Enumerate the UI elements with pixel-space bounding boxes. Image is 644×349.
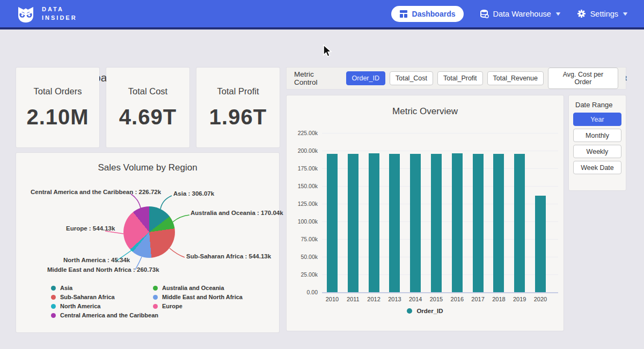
x-axis-tick: 2016 (447, 296, 467, 302)
bar-2011[interactable] (348, 154, 358, 292)
y-axis-tick: 175.00k (287, 165, 318, 172)
legend-label: Order_ID (416, 308, 443, 314)
top-nav: DATA INSIDER Dashboards Data Warehouse ▼ (0, 0, 644, 29)
page-header: ‹ Sales Dashboard Add Filter Boost: Off (0, 29, 644, 64)
dashboards-button[interactable]: Dashboards (391, 6, 464, 22)
date-range-label: Date Range (575, 101, 612, 109)
brand-logo[interactable]: DATA INSIDER (16, 4, 77, 24)
pie-label-middle-east-north-africa: Middle East and North Africa : 260.73k (47, 266, 159, 273)
gear-icon (577, 9, 586, 18)
kpi-card-total-orders: Total Orders 2.10M (16, 68, 99, 147)
bar-2014[interactable] (410, 154, 421, 292)
metric-button-total-profit[interactable]: Total_Profit (437, 71, 483, 85)
legend-item[interactable]: North America (51, 303, 158, 309)
legend-label: Europe (162, 303, 182, 309)
x-axis-tick: 2012 (364, 296, 384, 302)
pie-legend-column-1: Asia Sub-Saharan Africa North America Ce… (51, 285, 158, 318)
kpi-value: 2.10M (26, 105, 89, 129)
owl-logo-icon (16, 4, 35, 24)
metric-button-total-revenue[interactable]: Total_Revenue (487, 71, 544, 85)
legend-item[interactable]: Asia (51, 285, 158, 291)
brand-text: DATA INSIDER (42, 5, 77, 23)
gridline (322, 151, 558, 151)
legend-dot (51, 295, 56, 300)
metric-overview-chart-card: Metric Overview 225.00k200.00k175.00k150… (287, 95, 564, 331)
date-button-weekly[interactable]: Weekly (573, 145, 621, 158)
mouse-cursor (323, 44, 334, 57)
bar-2017[interactable] (473, 154, 484, 292)
date-button-year[interactable]: Year (573, 113, 621, 126)
pie-legend-column-2: Australia and Oceania Middle East and No… (153, 285, 243, 309)
metric-button-avg-cost-per-order[interactable]: Avg. Cost per Order (548, 68, 618, 89)
legend-dot (51, 313, 56, 318)
x-axis-tick: 2013 (384, 296, 405, 302)
kpi-label: Total Profit (217, 86, 259, 96)
legend-label: Central America and the Caribbean (60, 312, 158, 318)
legend-dot (153, 295, 158, 300)
legend-dot (51, 304, 56, 309)
legend-dot (153, 304, 158, 309)
pie-label-central-america-caribbean: Central America and the Caribbean : 226.… (31, 189, 161, 195)
kpi-card-total-cost: Total Cost 4.69T (106, 68, 189, 147)
metric-button-order-id[interactable]: Order_ID (346, 71, 385, 85)
pie-chart[interactable] (123, 206, 175, 258)
date-button-week-date[interactable]: Week Date (573, 161, 621, 174)
database-icon (480, 9, 489, 18)
y-axis-tick: 0.00 (287, 289, 318, 295)
dashboards-label: Dashboards (412, 10, 456, 18)
kpi-value: 1.96T (209, 105, 267, 129)
y-axis-tick: 150.00k (287, 183, 318, 189)
pie-label-sub-saharan-africa: Sub-Saharan Africa : 544.13k (186, 253, 271, 259)
y-axis-tick: 25.00k (287, 271, 318, 278)
y-axis-tick: 100.00k (287, 218, 318, 225)
pie-label-asia: Asia : 306.07k (173, 190, 214, 197)
x-axis-tick: 2015 (426, 296, 447, 302)
legend-item[interactable]: Middle East and North Africa (153, 294, 243, 300)
x-axis-tick: 2019 (509, 296, 530, 302)
legend-label: Sub-Saharan Africa (60, 294, 115, 300)
pie-chart-title: Sales Volume by Region (16, 162, 279, 173)
kpi-label: Total Cost (128, 86, 167, 96)
x-axis-tick: 2010 (322, 296, 342, 302)
bar-2016[interactable] (452, 153, 463, 292)
bar-2010[interactable] (327, 154, 338, 292)
bar-2013[interactable] (389, 154, 400, 292)
y-axis-tick: 200.00k (287, 147, 318, 154)
date-button-monthly[interactable]: Monthly (573, 129, 621, 142)
y-axis-tick: 225.00k (287, 130, 318, 136)
bar-2012[interactable] (369, 153, 379, 292)
legend-dot (407, 308, 412, 314)
kpi-label: Total Orders (34, 86, 82, 96)
legend-item[interactable]: Sub-Saharan Africa (51, 294, 158, 300)
metric-button-total-cost[interactable]: Total_Cost (390, 71, 433, 85)
y-axis-tick: 50.00k (287, 254, 318, 260)
legend-item[interactable]: Europe (153, 303, 243, 309)
gridline (322, 133, 558, 133)
kpi-card-total-profit: Total Profit 1.96T (196, 68, 280, 147)
bar-2018[interactable] (493, 154, 504, 292)
legend-label: Australia and Oceania (162, 285, 224, 291)
bar-chart-plot: 225.00k200.00k175.00k150.00k125.00k100.0… (287, 95, 564, 331)
bar-chart-legend[interactable]: Order_ID (287, 308, 564, 314)
chevron-down-icon: ▼ (554, 11, 562, 17)
sales-volume-chart-card: Sales Volume by Region Asia : 306.07k Au… (16, 153, 279, 332)
legend-dot (153, 286, 158, 291)
gridline (322, 292, 558, 293)
settings-label: Settings (590, 10, 618, 18)
bar-2019[interactable] (514, 154, 525, 292)
x-axis-tick: 2017 (468, 296, 488, 302)
bar-2015[interactable] (431, 154, 442, 292)
pie-label-europe: Europe : 544.13k (66, 225, 115, 232)
data-warehouse-label: Data Warehouse (493, 10, 551, 18)
data-warehouse-menu[interactable]: Data Warehouse ▼ (480, 9, 561, 18)
dashboard-grid-icon (399, 10, 408, 18)
settings-menu[interactable]: Settings ▼ (577, 9, 628, 18)
legend-item[interactable]: Australia and Oceania (153, 285, 243, 291)
legend-item[interactable]: Central America and the Caribbean (51, 312, 158, 318)
x-axis-tick: 2011 (343, 296, 363, 302)
y-axis-tick: 125.00k (287, 201, 318, 207)
bar-2020[interactable] (535, 196, 546, 292)
legend-label: North America (60, 303, 100, 309)
metric-control-label: Metric Control (294, 70, 339, 86)
pie-label-australia-oceania: Australia and Oceania : 170.04k (191, 210, 283, 216)
